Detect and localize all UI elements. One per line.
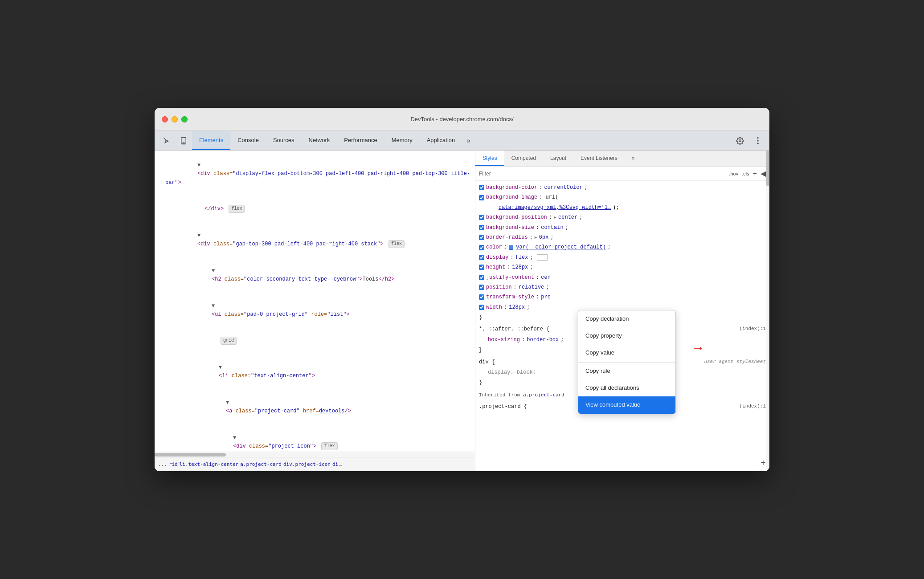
context-menu-copy-rule[interactable]: Copy rule — [578, 362, 675, 379]
collapse-button[interactable]: ◀ — [760, 169, 766, 178]
color-swatch[interactable] — [509, 245, 513, 250]
add-style-rule-button[interactable]: + — [760, 456, 766, 471]
breadcrumb-more[interactable]: ... — [158, 461, 167, 467]
close-button[interactable] — [162, 116, 168, 122]
style-checkbox[interactable] — [479, 185, 484, 190]
style-rule-position: position: relative; — [475, 282, 769, 292]
expand-icon[interactable] — [226, 399, 229, 407]
tab-memory[interactable]: Memory — [384, 131, 420, 150]
style-rule-background-position: background-position: ▶ center; — [475, 212, 769, 222]
flex-editor-icon[interactable] — [537, 254, 548, 261]
breadcrumb-item-rid[interactable]: rid — [169, 461, 178, 467]
style-checkbox[interactable] — [479, 195, 484, 200]
context-menu-copy-declaration[interactable]: Copy declaration — [578, 310, 675, 327]
devtools-nav: Elements Console Sources Network Perform… — [155, 131, 769, 151]
style-var-link[interactable]: var(--color-project-default) — [516, 243, 606, 252]
expand-icon[interactable] — [233, 434, 236, 442]
traffic-lights — [162, 116, 188, 122]
settings-button[interactable] — [732, 133, 748, 149]
style-rule-background-color: background-color: currentColor; — [475, 183, 769, 192]
title-bar: DevTools - developer.chrome.com/docs/ — [155, 108, 769, 131]
styles-content[interactable]: background-color: currentColor; backgrou… — [475, 181, 769, 471]
elements-content[interactable]: <div class="display-flex pad-bottom-300 … — [155, 151, 475, 452]
context-menu-copy-property[interactable]: Copy property — [578, 327, 675, 344]
styles-tabs: Styles Computed Layout Event Listeners » — [475, 151, 769, 167]
style-rule-height: height: 128px; — [475, 262, 769, 272]
context-menu-view-computed[interactable]: View computed value — [578, 396, 675, 413]
code-line: <ul class="pad-0 project-grid" role="lis… — [155, 293, 475, 328]
code-line: <a class="project-card" href=devtools/> — [155, 390, 475, 425]
style-checkbox[interactable] — [479, 245, 484, 250]
breadcrumb-item-div[interactable]: div.project-icon — [283, 461, 331, 467]
style-checkbox[interactable] — [479, 265, 484, 270]
expand-icon[interactable] — [197, 232, 200, 240]
window-title: DevTools - developer.chrome.com/docs/ — [410, 116, 513, 122]
tab-more[interactable]: » — [625, 151, 642, 166]
style-checkbox[interactable] — [479, 285, 484, 290]
source-link-index2[interactable]: (index):1 — [740, 402, 766, 411]
inspect-element-button[interactable] — [158, 131, 175, 150]
style-rule-display: display: flex; — [475, 253, 769, 262]
styles-toolbar: :hov .cls + ◀ — [475, 167, 769, 181]
styles-scrollbar-thumb[interactable] — [766, 151, 769, 186]
context-menu-copy-value[interactable]: Copy value — [578, 344, 675, 361]
cls-button[interactable]: .cls — [742, 171, 749, 176]
minimize-button[interactable] — [172, 116, 178, 122]
style-checkbox[interactable] — [479, 305, 484, 310]
tab-network[interactable]: Network — [302, 131, 337, 150]
style-checkbox[interactable] — [479, 275, 484, 280]
svg-rect-1 — [183, 143, 185, 143]
filter-input[interactable] — [479, 171, 725, 177]
style-rule-background-size: background-size: contain; — [475, 223, 769, 232]
rule-block: background-color: currentColor; backgrou… — [475, 183, 769, 323]
style-checkbox[interactable] — [479, 215, 484, 220]
svg-point-3 — [757, 137, 759, 139]
tab-event-listeners[interactable]: Event Listeners — [573, 151, 625, 166]
styles-scrollbar[interactable] — [766, 151, 769, 471]
more-options-button[interactable] — [750, 133, 766, 149]
code-line: <div class="display-flex pad-bottom-300 … — [155, 152, 475, 196]
context-menu-copy-all[interactable]: Copy all declarations — [578, 379, 675, 396]
expand-icon[interactable] — [212, 267, 215, 275]
style-checkbox[interactable] — [479, 255, 484, 260]
tab-console[interactable]: Console — [230, 131, 266, 150]
more-tabs-button[interactable]: » — [462, 131, 475, 150]
devtools-body: <div class="display-flex pad-bottom-300 … — [155, 151, 769, 471]
tab-styles[interactable]: Styles — [475, 151, 504, 166]
expand-icon[interactable] — [212, 302, 215, 310]
inherited-from-link[interactable]: a.project-card — [523, 392, 564, 398]
svg-point-2 — [739, 139, 741, 142]
tab-application[interactable]: Application — [420, 131, 462, 150]
breadcrumb-item-di[interactable]: di — [332, 461, 338, 467]
tab-computed[interactable]: Computed — [504, 151, 543, 166]
context-menu: Copy declaration Copy property Copy valu… — [578, 310, 676, 414]
red-arrow-indicator: ← — [694, 337, 702, 361]
pseudo-button[interactable]: :hov — [729, 171, 738, 176]
style-checkbox[interactable] — [479, 294, 484, 300]
style-rule-transform-style: transform-style: pre — [475, 292, 769, 302]
breadcrumb-item-li[interactable]: li.text-align-center — [180, 461, 238, 467]
style-rule-background-image: background-image: url( — [475, 192, 769, 202]
code-line: grid — [155, 328, 475, 355]
scrollbar-thumb[interactable] — [155, 453, 226, 457]
add-style-button[interactable]: + — [753, 170, 757, 178]
tab-performance[interactable]: Performance — [337, 131, 384, 150]
style-url-link[interactable]: data:image/svg+xml,%3Csvg_width='1… — [499, 203, 611, 212]
tab-layout[interactable]: Layout — [543, 151, 573, 166]
svg-point-5 — [757, 143, 759, 144]
source-link-index[interactable]: (index):1 — [740, 325, 766, 334]
expand-icon[interactable] — [197, 161, 200, 170]
user-agent-label: user agent stylesheet — [704, 358, 766, 367]
maximize-button[interactable] — [181, 116, 188, 122]
nav-spacer — [475, 131, 732, 150]
style-checkbox[interactable] — [479, 235, 484, 240]
breadcrumb-item-a[interactable]: a.project-card — [240, 461, 282, 467]
tab-elements[interactable]: Elements — [192, 131, 230, 150]
style-checkbox[interactable] — [479, 225, 484, 230]
code-line: </div> flex — [155, 196, 475, 223]
style-rule-background-image-url: data:image/svg+xml,%3Csvg_width='1… ); — [475, 203, 769, 212]
tab-sources[interactable]: Sources — [266, 131, 302, 150]
elements-scrollbar[interactable] — [155, 452, 475, 457]
device-toolbar-button[interactable] — [175, 131, 192, 150]
expand-icon[interactable] — [219, 363, 222, 372]
